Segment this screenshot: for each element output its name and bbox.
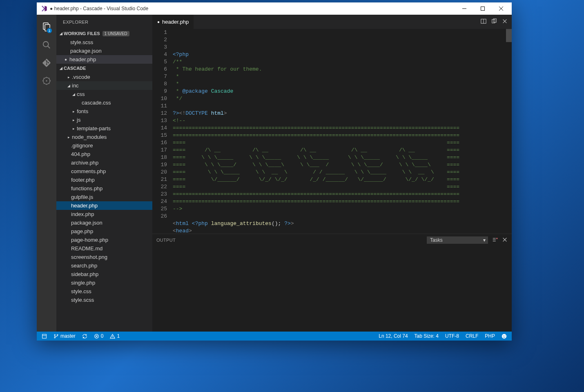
line-number: 14: [152, 125, 167, 132]
status-language[interactable]: PHP: [483, 332, 497, 341]
vscode-window: ● header.php - Cascade - Visual Studio C…: [37, 2, 512, 341]
working-files-header[interactable]: ◢ WORKING FILES 1 UNSAVED: [56, 29, 152, 38]
code-line[interactable]: [173, 102, 512, 110]
tree-file[interactable]: search.php: [56, 261, 152, 270]
status-sync-icon[interactable]: [80, 332, 89, 341]
tree-file[interactable]: header.php: [56, 201, 152, 210]
minimap-scrollbar[interactable]: [506, 29, 512, 42]
tree-folder[interactable]: ▸.vscode: [56, 73, 152, 81]
explorer-sidebar: EXPLORER ◢ WORKING FILES 1 UNSAVED style…: [56, 15, 152, 332]
working-file-item[interactable]: style.scss: [56, 38, 152, 47]
tree-folder[interactable]: ▸fonts: [56, 107, 152, 116]
code-line[interactable]: ?><!DOCTYPE html>: [173, 110, 512, 117]
status-feedback-icon[interactable]: [500, 332, 508, 341]
status-window-icon[interactable]: [40, 332, 49, 341]
activity-search-icon[interactable]: [37, 36, 56, 54]
clear-output-icon[interactable]: [492, 237, 498, 243]
tree-file[interactable]: screenshot.png: [56, 253, 152, 261]
tree-folder[interactable]: ▸template-parts: [56, 124, 152, 133]
code-line[interactable]: ==== ====: [173, 139, 512, 147]
svg-point-14: [502, 334, 506, 338]
line-number: 3: [152, 44, 167, 51]
tree-folder[interactable]: ▸js: [56, 116, 152, 124]
status-git-branch[interactable]: master: [52, 332, 77, 341]
tree-folder[interactable]: ◢inc: [56, 81, 152, 90]
code-line[interactable]: ==== /\ __ /\ __ /\ __ /\ __ /\ __ ====: [173, 147, 512, 154]
code-line[interactable]: -->: [173, 205, 512, 213]
tree-folder[interactable]: ▸node_modules: [56, 133, 152, 141]
tree-file[interactable]: 404.php: [56, 150, 152, 158]
status-warnings[interactable]: 1: [108, 332, 121, 341]
chevron-right-icon: ▸: [66, 135, 71, 139]
line-number: 20: [152, 169, 167, 176]
tree-folder[interactable]: ◢css: [56, 90, 152, 98]
tree-file[interactable]: functions.php: [56, 184, 152, 193]
code-content[interactable]: ▸ <?php/** * The header for our theme. *…: [173, 29, 512, 234]
tree-file[interactable]: gulpfile.js: [56, 193, 152, 201]
working-file-item[interactable]: package.json: [56, 47, 152, 55]
code-line[interactable]: ==== \ \ \____/ \ \ \____\ \ \___ / \ \ …: [173, 161, 512, 169]
editor-area: ● header.php 123456789101112131415161718…: [152, 15, 512, 332]
activity-debug-icon[interactable]: [37, 72, 56, 90]
working-file-item[interactable]: header.php: [56, 55, 152, 64]
tree-file[interactable]: archive.php: [56, 158, 152, 167]
code-line[interactable]: *: [173, 80, 512, 88]
code-line[interactable]: *: [173, 73, 512, 80]
project-header[interactable]: ◢ CASCADE: [56, 64, 152, 73]
tree-file[interactable]: page-home.php: [56, 236, 152, 244]
status-encoding[interactable]: UTF-8: [444, 332, 461, 341]
code-line[interactable]: * The header for our theme.: [173, 66, 512, 73]
tree-file[interactable]: README.md: [56, 244, 152, 253]
code-line[interactable]: * @package Cascade: [173, 88, 512, 95]
status-eol[interactable]: CRLF: [464, 332, 480, 341]
code-line[interactable]: ==== ====: [173, 183, 512, 191]
tree-file[interactable]: package.json: [56, 218, 152, 227]
close-panel-icon[interactable]: [502, 237, 508, 243]
code-line[interactable]: <?php: [173, 51, 512, 58]
chevron-right-icon: ▸: [71, 118, 76, 122]
chevron-right-icon: ▸: [71, 127, 76, 131]
status-tab-size[interactable]: Tab Size: 4: [413, 332, 440, 341]
titlebar[interactable]: ● header.php - Cascade - Visual Studio C…: [37, 2, 512, 15]
output-panel: OUTPUT Tasks ▾: [152, 234, 512, 332]
code-line[interactable]: <!--: [173, 117, 512, 125]
tree-file[interactable]: comments.php: [56, 167, 152, 176]
tree-file[interactable]: footer.php: [56, 176, 152, 184]
code-line[interactable]: ========================================…: [173, 125, 512, 132]
chevron-down-icon: ◢: [58, 31, 64, 36]
status-errors[interactable]: 0: [92, 332, 105, 341]
tree-file[interactable]: .gitignore: [56, 141, 152, 150]
split-editor-icon[interactable]: [481, 18, 486, 26]
code-line[interactable]: ==== \ \ \_____ \ \ __ \ / / ______ \ \ …: [173, 169, 512, 176]
close-button[interactable]: [492, 2, 510, 15]
code-line[interactable]: /**: [173, 58, 512, 66]
activity-explorer-icon[interactable]: 1: [37, 18, 56, 36]
line-number: 24: [152, 198, 167, 205]
minimize-button[interactable]: [455, 2, 473, 15]
tree-file[interactable]: index.php: [56, 210, 152, 218]
more-actions-icon[interactable]: [491, 18, 497, 26]
code-line[interactable]: */: [173, 95, 512, 102]
tab-header-php[interactable]: ● header.php: [152, 15, 194, 29]
code-line[interactable]: <head>: [173, 227, 512, 234]
close-editor-icon[interactable]: [502, 18, 508, 26]
code-line[interactable]: ========================================…: [173, 191, 512, 198]
code-line[interactable]: [173, 213, 512, 220]
code-editor[interactable]: 1234567891011121314151617181920212223242…: [152, 29, 512, 234]
tree-file[interactable]: style.scss: [56, 296, 152, 304]
line-number: 7: [152, 73, 167, 80]
output-channel-select[interactable]: Tasks ▾: [427, 236, 488, 244]
maximize-button[interactable]: [473, 2, 492, 15]
activity-git-icon[interactable]: [37, 54, 56, 72]
tree-file[interactable]: sidebar.php: [56, 270, 152, 278]
code-line[interactable]: ========================================…: [173, 198, 512, 205]
code-line[interactable]: <html <?php language_attributes(); ?>>: [173, 220, 512, 227]
code-line[interactable]: ==== \/______/ \/_/ \/_/ /_/ /______/ \/…: [173, 176, 512, 183]
status-cursor-position[interactable]: Ln 12, Col 74: [377, 332, 409, 341]
code-line[interactable]: ==== \ \ \_____ \ \ \_____ \ \ \_____ \ …: [173, 154, 512, 161]
code-line[interactable]: ========================================…: [173, 132, 512, 139]
tree-file[interactable]: cascade.css: [56, 98, 152, 107]
tree-file[interactable]: page.php: [56, 227, 152, 236]
tree-file[interactable]: single.php: [56, 278, 152, 287]
tree-file[interactable]: style.css: [56, 287, 152, 296]
